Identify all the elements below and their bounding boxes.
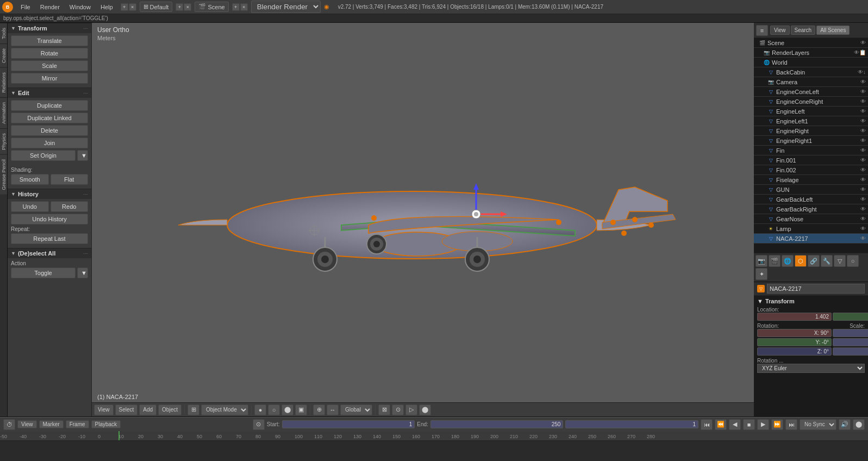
delete-btn[interactable]: Delete	[11, 125, 88, 136]
end-frame-input[interactable]	[430, 420, 564, 428]
manipulator-btn[interactable]: ↔	[327, 404, 339, 415]
scale-x-input[interactable]	[833, 329, 868, 337]
object-name-input[interactable]	[767, 284, 865, 294]
tab-grease-pencil[interactable]: Grease Pencil	[0, 154, 7, 195]
viewport[interactable]: User Ortho Meters	[92, 23, 754, 416]
transform-space-select[interactable]: Global	[340, 404, 372, 415]
mirror-btn[interactable]: Mirror	[11, 73, 88, 84]
vis-gun[interactable]: 👁	[860, 186, 866, 192]
prop-render-btn[interactable]: 📷	[755, 255, 767, 267]
menu-render[interactable]: Render	[36, 3, 64, 11]
timeline-loop-icon[interactable]: ⊙	[253, 419, 265, 430]
smooth-btn[interactable]: Smooth	[11, 174, 49, 185]
transform-section-header[interactable]: ▼ Transform ····	[8, 23, 91, 33]
render-btn[interactable]: ⬤	[282, 404, 294, 415]
vis-gbl[interactable]: 👁	[860, 196, 866, 202]
vp-select-btn[interactable]: Select	[115, 404, 138, 415]
tree-item-engineconeleft[interactable]: ▽ EngineConeLeft 👁	[754, 87, 868, 97]
sync-select[interactable]: No Sync	[800, 419, 836, 430]
keying-btn[interactable]: ⬤	[853, 419, 865, 430]
tree-item-world[interactable]: 🌐 World	[754, 58, 868, 67]
menu-file[interactable]: File	[16, 3, 35, 11]
tree-item-scene[interactable]: 🎬 Scene 👁	[754, 38, 868, 48]
blender-logo[interactable]: B	[2, 2, 13, 13]
play-reverse-btn[interactable]: ◀	[729, 419, 741, 430]
vis-lamp[interactable]: 👁	[860, 226, 866, 232]
prop-material-btn[interactable]: ○	[847, 255, 859, 267]
prev-keyframe-btn[interactable]: ⏪	[715, 419, 727, 430]
timeline-type-icon[interactable]: ⏱	[3, 419, 15, 430]
timeline-view-btn[interactable]: View	[17, 420, 37, 428]
tree-item-camera[interactable]: 📷 Camera 👁	[754, 77, 868, 87]
scene-plus[interactable]: +	[232, 3, 240, 11]
tree-item-fin002[interactable]: ▽ Fin.002 👁	[754, 165, 868, 175]
prop-constraint-btn[interactable]: 🔗	[808, 255, 820, 267]
rotation-y-input[interactable]	[757, 338, 832, 346]
menu-help[interactable]: Help	[96, 3, 117, 11]
action-arrow[interactable]: ▼	[77, 267, 88, 278]
vp-view-btn[interactable]: View	[94, 404, 114, 415]
vis-fin001[interactable]: 👁	[860, 157, 866, 163]
tree-item-lamp[interactable]: ☀ Lamp 👁	[754, 224, 868, 234]
scene-minus[interactable]: ×	[240, 3, 248, 11]
prop-edit-btn[interactable]: ⊙	[392, 404, 404, 415]
texture-btn[interactable]: ▣	[295, 404, 307, 415]
timeline-marker-btn[interactable]: Marker	[39, 420, 64, 428]
timeline-frame-btn[interactable]: Frame	[66, 420, 89, 428]
vis-camera[interactable]: 👁	[860, 79, 866, 85]
tree-item-gearnose[interactable]: ▽ GearNose 👁	[754, 214, 868, 224]
outliner-tab-search[interactable]: Search	[791, 26, 816, 35]
screen-layout-btn[interactable]: ⊞ Default	[140, 2, 173, 12]
tree-item-engineconeright[interactable]: ▽ EngineConeRight 👁	[754, 97, 868, 107]
tree-item-naca2217[interactable]: ▽ NACA-2217 👁	[754, 234, 868, 244]
play-btn[interactable]: ▶	[757, 419, 769, 430]
tab-animation[interactable]: Animation	[0, 97, 7, 128]
prop-world-btn[interactable]: 🌐	[782, 255, 794, 267]
sel-backcabin[interactable]: ↓	[863, 69, 866, 75]
tree-item-backcabin[interactable]: ▽ BackCabin 👁 ↓	[754, 67, 868, 77]
vis-naca[interactable]: 👁	[860, 235, 866, 241]
undo-btn[interactable]: Undo	[11, 201, 49, 212]
prop-modifier-btn[interactable]: 🔧	[821, 255, 833, 267]
editor-type-icon[interactable]: ⊞	[188, 404, 199, 415]
vis-el1[interactable]: 👁	[860, 118, 866, 124]
outliner-type-icon[interactable]: ≡	[756, 25, 768, 36]
timeline-cursor[interactable]	[118, 431, 120, 441]
next-keyframe-btn[interactable]: ⏩	[771, 419, 783, 430]
stop-btn[interactable]: ■	[743, 419, 755, 430]
edit-section-header[interactable]: ▼ Edit ····	[8, 88, 91, 98]
shading-solid-btn[interactable]: ●	[254, 404, 266, 415]
tree-item-engineleft[interactable]: ▽ EngineLeft 👁	[754, 107, 868, 116]
jump-start-btn[interactable]: ⏮	[701, 419, 713, 430]
render-engine-select[interactable]: Blender Render	[251, 1, 321, 13]
tree-item-engineleft1[interactable]: ▽ EngineLeft1 👁	[754, 116, 868, 126]
undo-history-btn[interactable]: Undo History	[11, 214, 88, 225]
tree-item-fiselage[interactable]: ▽ Fiselage 👁	[754, 175, 868, 185]
mode-select[interactable]: Object Mode	[201, 404, 248, 415]
duplicate-btn[interactable]: Duplicate	[11, 100, 88, 111]
menu-window[interactable]: Window	[65, 3, 95, 11]
redo-btn[interactable]: Redo	[51, 201, 89, 212]
vis-er1[interactable]: 👁	[860, 138, 866, 144]
vis-fin[interactable]: 👁	[860, 147, 866, 153]
shading-wire-btn[interactable]: ○	[268, 404, 280, 415]
tab-create[interactable]: Create	[0, 43, 7, 67]
vis-ecr[interactable]: 👁	[860, 98, 866, 104]
location-x-input[interactable]	[757, 313, 832, 321]
record-btn[interactable]: ⬤	[419, 404, 431, 415]
vis-fin002[interactable]: 👁	[860, 167, 866, 173]
join-btn[interactable]: Join	[11, 138, 88, 148]
outliner-tab-all-scenes[interactable]: All Scenes	[816, 26, 850, 35]
rotation-x-input[interactable]	[757, 329, 832, 337]
renderlayers-icon2[interactable]: 📋	[859, 49, 866, 55]
flat-btn[interactable]: Flat	[51, 174, 89, 185]
tree-item-gearbackright[interactable]: ▽ GearBackRight 👁	[754, 204, 868, 214]
prop-data-btn[interactable]: ▽	[834, 255, 846, 267]
timeline-area[interactable]	[0, 441, 868, 461]
tree-item-gun[interactable]: ▽ GUN 👁	[754, 185, 868, 195]
snap-btn[interactable]: ⊠	[378, 404, 390, 415]
scale-y-input[interactable]	[833, 338, 868, 346]
prop-scene-btn[interactable]: 🎬	[769, 255, 780, 267]
visibility-icon[interactable]: 👁	[860, 40, 866, 46]
screen-minus[interactable]: ×	[184, 3, 191, 11]
